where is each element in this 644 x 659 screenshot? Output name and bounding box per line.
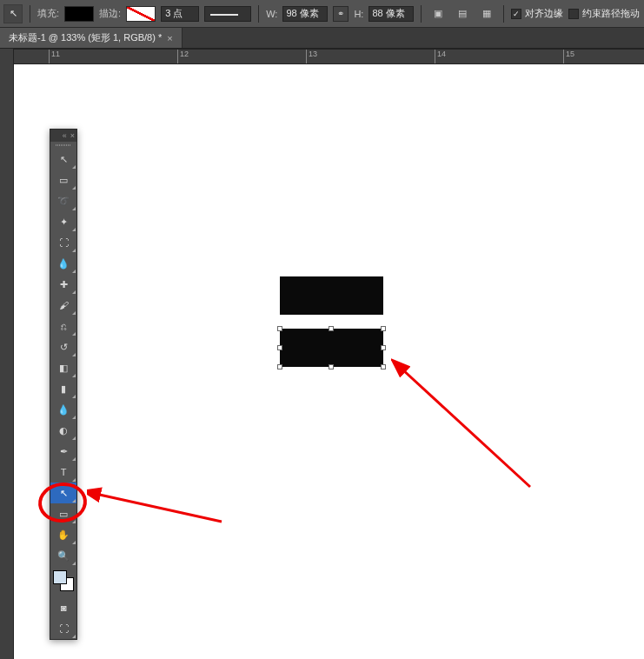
height-label: H: — [354, 9, 363, 19]
healing-brush-tool[interactable]: ✚ — [50, 274, 76, 295]
shape-rectangle-1[interactable] — [280, 276, 383, 315]
stroke-label: 描边: — [99, 7, 121, 20]
selection-handle[interactable] — [381, 345, 386, 350]
fill-color-swatch[interactable] — [64, 6, 94, 22]
path-selection-tool[interactable]: ↖ — [50, 483, 76, 503]
flyout-indicator-icon — [72, 562, 76, 565]
ruler-vertical[interactable] — [0, 49, 14, 659]
zoom-tool[interactable]: 🔍 — [50, 545, 76, 566]
align-edges-label: 对齐边缘 — [525, 7, 563, 20]
flyout-indicator-icon — [72, 207, 76, 210]
lasso-tool[interactable]: ➰ — [50, 190, 76, 211]
stroke-style-dropdown[interactable] — [204, 6, 251, 22]
dodge-tool[interactable]: ◐ — [50, 420, 76, 441]
move-tool[interactable]: ↖ — [50, 149, 76, 170]
flyout-indicator-icon — [72, 249, 76, 252]
close-icon[interactable]: × — [70, 131, 75, 140]
color-swatches[interactable] — [50, 568, 76, 594]
selection-handle[interactable] — [277, 326, 282, 331]
type-tool[interactable]: T — [50, 462, 76, 483]
selection-handle[interactable] — [381, 326, 386, 331]
options-bar: ↖ 填充: 描边: W: ⚭ H: ▣ ▤ ▦ ✓ 对齐边缘 约束路径拖动 — [0, 0, 644, 28]
ruler-tick: 11 — [49, 50, 60, 63]
flyout-indicator-icon — [72, 353, 76, 356]
width-label: W: — [266, 9, 277, 19]
flyout-indicator-icon — [72, 332, 76, 336]
fill-label: 填充: — [37, 7, 59, 20]
pen-tool[interactable]: ✒ — [50, 441, 76, 462]
arrow-cursor-icon: ↖ — [10, 8, 17, 19]
quick-mask-toggle[interactable]: ◙ — [50, 597, 76, 618]
selection-handle[interactable] — [329, 326, 334, 331]
brush-tool[interactable]: 🖌 — [50, 295, 76, 316]
link-icon[interactable]: ⚭ — [333, 6, 349, 22]
stroke-color-swatch[interactable] — [126, 6, 156, 22]
collapse-icon[interactable]: « — [63, 131, 67, 140]
marquee-tool[interactable]: ▭ — [50, 170, 76, 190]
crop-tool[interactable]: ⛶ — [50, 232, 76, 253]
clone-stamp-tool[interactable]: ⎌ — [50, 316, 76, 336]
eraser-tool[interactable]: ◧ — [50, 357, 76, 378]
selection-handle[interactable] — [381, 364, 386, 369]
ruler-tick: 15 — [563, 50, 574, 63]
path-arrange-icon[interactable]: ▦ — [477, 4, 496, 23]
tool-preset-picker[interactable]: ↖ — [3, 4, 23, 23]
eyedropper-tool[interactable]: 💧 — [50, 253, 76, 274]
stroke-width-input[interactable] — [161, 6, 199, 22]
flyout-indicator-icon — [72, 374, 76, 377]
screen-mode-toggle[interactable]: ⛶ — [50, 618, 76, 639]
rectangle-tool[interactable]: ▭ — [50, 503, 76, 524]
align-edges-checkbox[interactable]: ✓ 对齐边缘 — [511, 7, 563, 20]
flyout-indicator-icon — [72, 165, 76, 169]
flyout-indicator-icon — [72, 186, 76, 190]
flyout-indicator-icon — [72, 311, 76, 315]
flyout-indicator-icon — [72, 228, 76, 231]
shape-rectangle-2-selected[interactable] — [280, 329, 383, 367]
flyout-indicator-icon — [72, 499, 76, 503]
ruler-tick: 14 — [435, 50, 446, 63]
selection-handle[interactable] — [277, 364, 282, 369]
flyout-indicator-icon — [72, 290, 76, 294]
checkbox-box — [568, 9, 579, 19]
ruler-tick: 13 — [306, 50, 317, 63]
separator — [30, 5, 30, 23]
flyout-indicator-icon — [72, 478, 76, 482]
panel-grip[interactable] — [50, 142, 76, 149]
path-combine-icon[interactable]: ▣ — [428, 4, 448, 23]
flyout-indicator-icon — [72, 457, 76, 461]
checkbox-box: ✓ — [511, 9, 521, 19]
document-tabs-bar: 未标题-1 @ 133% (矩形 1, RGB/8) * × — [0, 28, 644, 49]
constrain-path-label: 约束路径拖动 — [582, 7, 640, 20]
separator — [421, 5, 422, 23]
height-input[interactable] — [368, 6, 414, 22]
panel-header[interactable]: « × — [50, 130, 76, 142]
flyout-indicator-icon — [72, 541, 76, 544]
flyout-indicator-icon — [72, 395, 76, 398]
selection-handle[interactable] — [277, 345, 282, 350]
flyout-indicator-icon — [72, 436, 76, 440]
hand-tool[interactable]: ✋ — [50, 524, 76, 545]
foreground-color-swatch[interactable] — [53, 570, 67, 584]
flyout-indicator-icon — [72, 270, 76, 273]
separator — [503, 5, 504, 23]
width-input[interactable] — [282, 6, 328, 22]
tools-panel[interactable]: « × ↖▭➰✦⛶💧✚🖌⎌↺◧▮💧◐✒T↖▭✋🔍 ◙ ⛶ — [50, 129, 77, 640]
ruler-horizontal[interactable]: 11 12 13 14 15 — [14, 49, 644, 64]
document-tab-title: 未标题-1 @ 133% (矩形 1, RGB/8) * — [9, 31, 162, 44]
document-tab[interactable]: 未标题-1 @ 133% (矩形 1, RGB/8) * × — [0, 28, 183, 48]
separator — [258, 5, 259, 23]
flyout-indicator-icon — [72, 520, 76, 523]
constrain-path-checkbox[interactable]: 约束路径拖动 — [568, 7, 640, 20]
blur-tool[interactable]: 💧 — [50, 399, 76, 420]
close-icon[interactable]: × — [167, 33, 172, 43]
path-align-icon[interactable]: ▤ — [453, 4, 472, 23]
history-brush-tool[interactable]: ↺ — [50, 336, 76, 357]
flyout-indicator-icon — [72, 416, 76, 419]
magic-wand-tool[interactable]: ✦ — [50, 211, 76, 232]
selection-handle[interactable] — [329, 364, 334, 369]
ruler-tick: 12 — [177, 50, 189, 63]
gradient-tool[interactable]: ▮ — [50, 378, 76, 399]
